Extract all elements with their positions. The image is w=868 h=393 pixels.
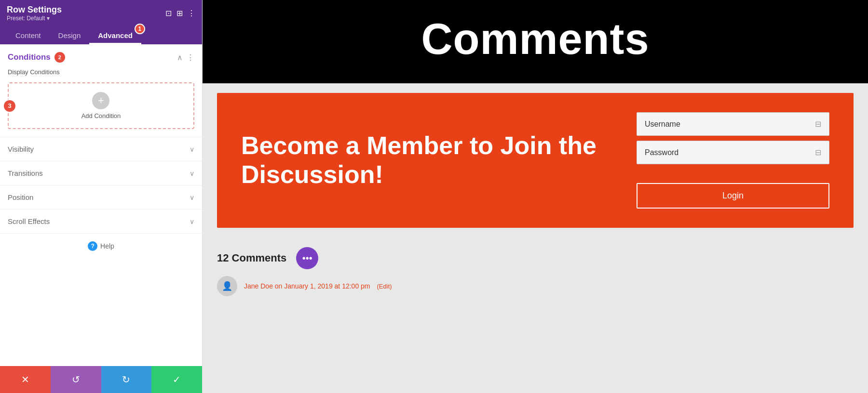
conditions-title: Conditions 2 (8, 52, 65, 63)
dots-icon: ••• (302, 253, 312, 264)
left-panel: Row Settings Preset: Default ▾ ⊡ ⊞ ⋮ Con… (0, 0, 203, 393)
tab-design[interactable]: Design (50, 26, 90, 44)
help-row[interactable]: ? Help (0, 233, 202, 259)
help-icon: ? (88, 241, 97, 251)
comment-edit-link[interactable]: (Edit) (377, 283, 392, 290)
tab-advanced[interactable]: Advanced 1 (89, 26, 141, 44)
visibility-chevron: ∨ (190, 145, 194, 153)
password-placeholder: Password (645, 148, 678, 157)
username-placeholder: Username (645, 120, 680, 129)
login-form: Username ⊟ Password ⊟ Forgot your passwo… (637, 112, 829, 209)
expand-icon[interactable]: ⊡ (165, 9, 172, 18)
save-icon: ✓ (173, 374, 181, 385)
conditions-actions: ∧ ⋮ (177, 53, 194, 62)
comment-meta: Jane Doe on January 1, 2019 at 12:00 pm (244, 282, 370, 290)
comments-count-row: 12 Comments ••• (217, 247, 854, 269)
save-button[interactable]: ✓ (151, 366, 202, 393)
add-condition-button[interactable]: + Add Condition (81, 92, 121, 119)
undo-button[interactable]: ↺ (51, 366, 101, 393)
add-condition-plus-icon[interactable]: + (92, 92, 109, 109)
columns-icon[interactable]: ⊞ (176, 9, 183, 18)
panel-body: Conditions 2 ∧ ⋮ Display Conditions 3 + … (0, 44, 202, 366)
advanced-badge: 1 (135, 24, 145, 34)
transitions-chevron: ∨ (190, 170, 194, 177)
login-button[interactable]: Login (637, 183, 829, 209)
cancel-button[interactable]: ✕ (0, 366, 51, 393)
position-section[interactable]: Position ∨ (0, 185, 202, 209)
panel-preset: Preset: Default ▾ (7, 15, 62, 22)
panel-icons: ⊡ ⊞ ⋮ (165, 9, 195, 18)
panel-header: Row Settings Preset: Default ▾ ⊡ ⊞ ⋮ Con… (0, 0, 202, 44)
login-box: Become a Member to Join the Discussion! … (217, 93, 854, 228)
redo-icon: ↻ (122, 374, 130, 385)
tab-content[interactable]: Content (7, 26, 50, 44)
login-headline: Become a Member to Join the Discussion! (241, 131, 617, 189)
comments-count-section: 12 Comments ••• 👤 Jane Doe on January 1,… (203, 237, 868, 306)
cancel-icon: ✕ (21, 374, 29, 385)
add-condition-badge: 3 (3, 99, 16, 113)
page-title: Comments (212, 14, 858, 64)
position-chevron: ∨ (190, 194, 194, 201)
help-label: Help (100, 242, 114, 250)
scroll-effects-section[interactable]: Scroll Effects ∨ (0, 209, 202, 233)
comments-header: Comments (203, 0, 868, 83)
forgot-password-link[interactable]: Forgot your password? (637, 169, 829, 176)
position-label: Position (8, 193, 33, 201)
username-icon: ⊟ (815, 119, 821, 129)
comment-avatar: 👤 (217, 276, 237, 296)
avatar-icon: 👤 (222, 281, 232, 291)
add-condition-text: Add Condition (81, 112, 121, 119)
panel-title: Row Settings (7, 5, 62, 15)
bottom-bar: ✕ ↺ ↻ ✓ (0, 366, 202, 393)
add-condition-area[interactable]: 3 + Add Condition (8, 82, 194, 129)
display-conditions-label: Display Conditions (0, 66, 202, 80)
conditions-badge: 2 (54, 52, 65, 63)
undo-icon: ↺ (72, 374, 80, 385)
password-icon: ⊟ (815, 148, 821, 157)
conditions-section-header: Conditions 2 ∧ ⋮ (0, 44, 202, 66)
visibility-section[interactable]: Visibility ∨ (0, 137, 202, 161)
login-section: Become a Member to Join the Discussion! … (203, 83, 868, 237)
comments-count: 12 Comments (217, 252, 286, 264)
transitions-section[interactable]: Transitions ∨ (0, 161, 202, 185)
username-field[interactable]: Username ⊟ (637, 112, 829, 136)
scroll-effects-chevron: ∨ (190, 218, 194, 225)
more-icon[interactable]: ⋮ (188, 9, 195, 18)
right-content: Comments Become a Member to Join the Dis… (203, 0, 868, 393)
scroll-effects-label: Scroll Effects (8, 217, 50, 225)
conditions-more-icon[interactable]: ⋮ (187, 53, 194, 62)
collapse-icon[interactable]: ∧ (177, 53, 183, 62)
comments-menu-button[interactable]: ••• (296, 247, 318, 269)
comment-author-row: 👤 Jane Doe on January 1, 2019 at 12:00 p… (217, 276, 854, 296)
transitions-label: Transitions (8, 169, 43, 177)
tabs-row: Content Design Advanced 1 (7, 26, 195, 44)
password-field[interactable]: Password ⊟ (637, 141, 829, 164)
visibility-label: Visibility (8, 145, 34, 153)
redo-button[interactable]: ↻ (101, 366, 152, 393)
